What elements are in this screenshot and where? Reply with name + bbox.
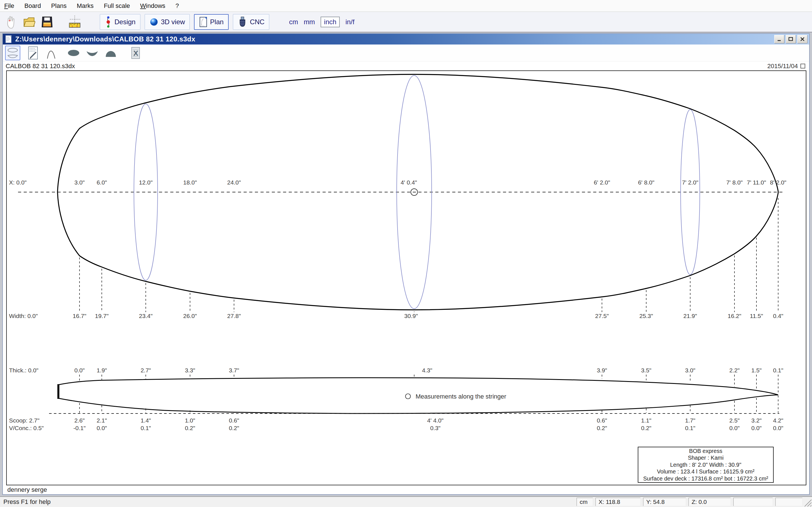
resize-grip[interactable]: [804, 499, 811, 506]
unit-mm[interactable]: mm: [304, 18, 315, 26]
measurement-label: Thick.: 0.0": [9, 367, 38, 374]
status-y-coordinate: Y: 54.8: [643, 498, 686, 506]
pointer-hand-button[interactable]: [4, 14, 17, 30]
unit-inf[interactable]: in/f: [345, 18, 354, 26]
cnc-view-button[interactable]: CNC: [233, 14, 269, 30]
window-controls: [774, 35, 808, 43]
plan-document-icon: [199, 17, 207, 27]
design-icon: [105, 16, 112, 28]
measurement-label: 1.7": [685, 417, 696, 424]
maximize-button[interactable]: [786, 35, 796, 43]
close-button[interactable]: [797, 35, 808, 43]
application: File Board Plans Marks Full scale Window…: [0, 0, 812, 507]
measurement-label: 7' 11.0": [747, 179, 766, 186]
document-window: Z:\Users\dennery\Downloads\CALBOB 82 31 …: [2, 33, 810, 495]
units-selector: cm mm inch in/f: [289, 17, 354, 27]
menu-board[interactable]: Board: [22, 2, 49, 10]
plan-view-label: Plan: [210, 18, 223, 26]
measurement-label: 2.1": [97, 417, 107, 424]
rail-shape-button[interactable]: [85, 46, 100, 60]
outline-view-button[interactable]: [5, 46, 20, 60]
measurement-label: 24.0": [227, 179, 241, 186]
help-hint: Press F1 for help: [0, 498, 51, 506]
measurement-label: Scoop: 2.7": [9, 417, 40, 424]
measurement-label: 27.8": [227, 313, 241, 319]
3d-view-button[interactable]: 3D view: [145, 14, 190, 30]
svg-text:0: 0: [77, 24, 78, 27]
measurement-label: 4' 0.4": [401, 179, 417, 186]
section-shape-button[interactable]: [103, 46, 118, 60]
measurement-label: 0.0": [97, 425, 107, 431]
export-spreadsheet-button[interactable]: X: [128, 46, 143, 60]
cnc-bit-icon: [238, 16, 247, 28]
date-corner-box[interactable]: [801, 64, 805, 68]
cnc-view-label: CNC: [250, 18, 264, 26]
measurement-label: 18.0": [183, 179, 197, 186]
rocker-curve-button[interactable]: [45, 46, 60, 60]
section-shape-icon: [104, 47, 117, 59]
svg-text:X: X: [133, 49, 139, 57]
board-dimensions: Length : 8' 2.0" Width : 30.9": [670, 461, 742, 468]
design-view-label: Design: [114, 18, 136, 26]
unit-cm[interactable]: cm: [289, 18, 298, 26]
measurement-label: 3.9": [597, 367, 607, 374]
plan-shape-button[interactable]: [66, 46, 81, 60]
board-model: BOB express: [689, 448, 722, 455]
design-view-button[interactable]: Design: [100, 14, 140, 30]
document-icon: [5, 35, 12, 43]
measurement-label: 6' 8.0": [638, 179, 654, 186]
menu-file[interactable]: File: [2, 2, 22, 10]
measurement-label: 0.0": [729, 425, 740, 431]
menu-marks[interactable]: Marks: [74, 2, 101, 10]
plan-view-button[interactable]: Plan: [194, 14, 229, 30]
measurement-label: 21.9": [683, 313, 697, 319]
measurement-label: 0.1": [773, 367, 783, 374]
measurement-label: 3.0": [74, 179, 85, 186]
status-x-coordinate: X: 118.8: [596, 498, 641, 506]
measurement-label: X: 0.0": [9, 179, 27, 186]
measurement-label: 12.0": [139, 179, 153, 186]
measurement-label: 26.0": [183, 313, 197, 319]
measurements-sheet-button[interactable]: [26, 46, 41, 60]
measurement-label: 1.0": [185, 417, 195, 424]
open-folder-icon: [23, 16, 35, 28]
measurement-label: -0.1": [73, 425, 86, 431]
status-empty-cell-1: [733, 498, 773, 506]
measurement-label: 19.7": [95, 313, 109, 319]
measurement-label: 4.3": [422, 367, 433, 374]
window-title: Z:\Users\dennery\Downloads\CALBOB 82 31 …: [15, 35, 195, 43]
measurement-label: 4.2": [773, 417, 783, 424]
ruler-icon: 1 0: [68, 15, 81, 29]
measurement-label: 30.9": [404, 313, 418, 319]
measurement-label: 16.2": [728, 313, 741, 319]
status-unit: cm: [576, 498, 593, 506]
width-measurements-row: Width: 0.0"16.7"19.7"23.4"26.0"27.8"30.9…: [9, 313, 783, 319]
measurement-label: 6' 2.0": [594, 179, 610, 186]
menu-help[interactable]: ?: [173, 2, 186, 10]
window-title-bar[interactable]: Z:\Users\dennery\Downloads\CALBOB 82 31 …: [3, 34, 809, 45]
save-button[interactable]: [41, 14, 54, 30]
board-plan-sheet: Measurements along the stringer X: 0.0"3…: [6, 70, 806, 485]
minimize-button[interactable]: [774, 35, 784, 43]
measurement-label: 4' 4.0": [427, 417, 444, 424]
scoop-measurements-row: Scoop: 2.7"2.6"2.1"1.4"1.0"0.6"4' 4.0"0.…: [9, 417, 783, 424]
unit-inch[interactable]: inch: [320, 17, 340, 27]
profile-deck-curve[interactable]: [58, 378, 778, 395]
measurement-label: 2.5": [729, 417, 740, 424]
main-toolbar: 1 0 Design 3D view: [0, 12, 812, 33]
status-empty-cell-2: [775, 498, 802, 506]
measurement-label: 25.3": [640, 313, 653, 319]
open-file-button[interactable]: [22, 14, 36, 30]
measurement-label: 3.7": [229, 367, 239, 374]
vconcave-measurements-row: V/Conc.: 0.5"-0.1"0.0"0.1"0.2"0.2"0.3"0.…: [9, 425, 783, 431]
dimensions-button[interactable]: 1 0: [68, 14, 81, 30]
measurement-label: 0.6": [597, 417, 607, 424]
author-name: dennery serge: [7, 486, 47, 494]
menu-full-scale[interactable]: Full scale: [101, 2, 138, 10]
menu-windows[interactable]: Windows: [138, 2, 173, 10]
menu-plans[interactable]: Plans: [49, 2, 74, 10]
measurement-label: 0.2": [597, 425, 607, 431]
measurement-label: 3.2": [751, 417, 762, 424]
measurement-label: 23.4": [139, 313, 153, 319]
measurement-label: V/Conc.: 0.5": [9, 425, 44, 431]
